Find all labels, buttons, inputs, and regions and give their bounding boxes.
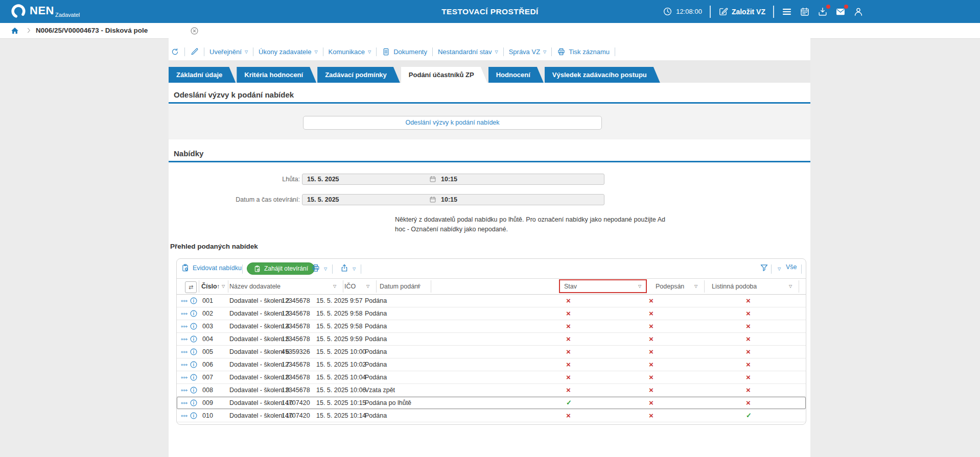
edit-record-button[interactable] xyxy=(190,47,199,56)
row-info-icon[interactable] xyxy=(190,373,198,381)
row-info-icon[interactable] xyxy=(190,412,198,420)
tab-hodnocen-[interactable]: Hodnocení xyxy=(488,67,544,83)
section-invite-heading: Odeslání výzvy k podání nabídek xyxy=(174,90,294,100)
row-info-icon[interactable] xyxy=(190,322,198,330)
column-filter-caret[interactable]: ▽ xyxy=(638,284,641,288)
send-invite-button[interactable]: Odeslání výzvy k podání nabídek xyxy=(303,116,602,130)
cell-number: 003 xyxy=(202,320,213,332)
cell-status: Vzata zpět xyxy=(365,384,395,396)
table-row[interactable]: 010Dodavatel - školení 101470742015. 5. … xyxy=(177,410,806,422)
deadline-field[interactable]: 15. 5. 2025 10:15 xyxy=(302,174,604,185)
column-filter-caret[interactable]: ▽ xyxy=(222,284,225,288)
row-menu-icon[interactable] xyxy=(181,400,188,406)
flag-podepsan: × xyxy=(649,307,654,320)
column-header-datum-podání[interactable]: Datum podání xyxy=(380,279,420,294)
toolbar-divider xyxy=(615,47,615,56)
close-record-icon[interactable] xyxy=(190,27,199,35)
cell-number: 009 xyxy=(202,397,213,409)
create-vz-button[interactable]: Založit VZ xyxy=(718,7,765,16)
row-info-icon[interactable] xyxy=(190,399,198,407)
messages-button[interactable] xyxy=(835,7,846,17)
table-row[interactable]: 001Dodavatel - školení 21234567815. 5. 2… xyxy=(177,295,806,307)
flag-listinna: × xyxy=(746,397,751,409)
row-info-icon[interactable] xyxy=(190,335,198,343)
column-filter-caret[interactable]: ▽ xyxy=(366,284,369,288)
row-menu-icon[interactable] xyxy=(181,413,188,419)
downloads-button[interactable] xyxy=(818,7,828,17)
record-toolbar-item--kony-zadavatele[interactable]: Úkony zadavatele▽ xyxy=(259,48,318,56)
tab-v-sledek-zad-vac-ho-postupu[interactable]: Výsledek zadávacího postupu xyxy=(545,67,660,83)
export-icon[interactable] xyxy=(340,263,349,273)
column-filter-caret[interactable]: ▽ xyxy=(694,284,697,288)
tab-strip: Základní údajeKritéria hodnoceníZadávací… xyxy=(169,60,810,83)
tab-z-kladn-daje[interactable]: Základní údaje xyxy=(169,67,236,83)
cell-ico: 12345678 xyxy=(282,307,310,320)
table-row[interactable]: 008Dodavatel - školení 91234567815. 5. 2… xyxy=(177,384,806,397)
row-menu-icon[interactable] xyxy=(181,310,188,317)
table-row[interactable]: 004Dodavatel - školení 51234567815. 5. 2… xyxy=(177,333,806,346)
row-menu-icon[interactable] xyxy=(181,349,188,355)
column-filter-caret[interactable]: ▽ xyxy=(789,284,792,288)
record-toolbar-item-komunikace[interactable]: Komunikace▽ xyxy=(329,48,371,56)
toolbar-divider xyxy=(801,264,802,274)
view-options-caret[interactable]: ▽ xyxy=(778,267,781,271)
tab-pod-n-astn-k-zp[interactable]: Podání účastníků ZP xyxy=(401,67,487,83)
record-toolbar-item-uve-ejn-n-[interactable]: Uveřejnění▽ xyxy=(209,48,248,56)
column-header-listinná-podoba[interactable]: Listinná podoba xyxy=(712,279,757,294)
clock-icon xyxy=(663,7,672,16)
flag-listinna: × xyxy=(746,358,751,371)
record-bid-button[interactable]: Evidovat nabídku xyxy=(181,263,242,272)
row-info-icon[interactable] xyxy=(190,360,198,369)
tab-zad-vac-podm-nky[interactable]: Zadávací podmínky xyxy=(317,67,400,83)
column-divider xyxy=(343,280,343,293)
row-info-icon[interactable] xyxy=(190,386,198,394)
row-menu-icon[interactable] xyxy=(181,298,188,304)
breadcrumb: N006/25/V00004673 - Disková pole xyxy=(0,23,980,39)
print-table-icon[interactable] xyxy=(311,263,320,273)
record-toolbar-item-tisk-z-znamu[interactable]: Tisk záznamu xyxy=(557,47,610,56)
record-toolbar-item-nestandardn-stav[interactable]: Nestandardní stav▽ xyxy=(438,48,498,56)
filter-funnel-icon[interactable] xyxy=(759,263,769,273)
tab-krit-ria-hodnocen-[interactable]: Kritéria hodnocení xyxy=(237,67,316,83)
export-options-caret[interactable]: ▽ xyxy=(353,267,356,271)
start-opening-button[interactable]: Zahájit otevírání xyxy=(247,262,315,275)
row-info-icon[interactable] xyxy=(190,309,198,318)
table-row[interactable]: 007Dodavatel - školení 81234567815. 5. 2… xyxy=(177,371,806,384)
table-row[interactable]: 006Dodavatel - školení 71234567815. 5. 2… xyxy=(177,358,806,371)
row-info-icon[interactable] xyxy=(190,297,198,305)
row-menu-icon[interactable] xyxy=(181,336,188,343)
cell-submitted: 15. 5. 2025 9:59 xyxy=(316,333,362,345)
record-toolbar-item-spr-va-vz[interactable]: Správa VZ▽ xyxy=(509,48,547,56)
record-toolbar-item-dokumenty[interactable]: Dokumenty xyxy=(382,47,427,56)
column-filter-caret[interactable]: ▽ xyxy=(417,284,421,288)
column-header-název-dodavatele[interactable]: Název dodavatele xyxy=(229,279,281,294)
table-row[interactable]: 002Dodavatel - školení 31234567815. 5. 2… xyxy=(177,307,806,320)
row-menu-icon[interactable] xyxy=(181,387,188,394)
row-menu-icon[interactable] xyxy=(181,374,188,381)
column-header-číslo[interactable]: Číslo xyxy=(201,279,217,294)
row-menu-icon[interactable] xyxy=(181,362,188,368)
row-info-icon[interactable] xyxy=(190,348,198,356)
column-settings-button[interactable]: ⇄ xyxy=(185,281,197,293)
calendar-button[interactable] xyxy=(800,7,810,17)
breadcrumb-record-tab[interactable]: N006/25/V00004673 - Disková pole xyxy=(36,23,148,38)
row-menu-icon[interactable] xyxy=(181,323,188,330)
table-row[interactable]: 009Dodavatel - školení 101470742015. 5. … xyxy=(177,397,806,410)
calendar-small-icon xyxy=(429,176,436,183)
topbar-divider xyxy=(710,6,711,18)
view-all-button[interactable]: Vše xyxy=(786,263,797,271)
column-header-podepsán[interactable]: Podepsán xyxy=(656,279,684,294)
user-button[interactable] xyxy=(853,7,864,17)
column-header-stav[interactable]: Stav xyxy=(564,279,577,294)
table-row[interactable]: 003Dodavatel - školení 41234567815. 5. 2… xyxy=(177,320,806,333)
column-filter-caret[interactable]: ▽ xyxy=(333,284,336,288)
opening-field[interactable]: 15. 5. 2025 10:15 xyxy=(302,194,604,205)
record-toolbar-item-label: Správa VZ xyxy=(509,48,540,56)
refresh-record-button[interactable] xyxy=(171,47,179,56)
home-icon[interactable] xyxy=(10,26,19,35)
menu-button[interactable] xyxy=(782,7,792,17)
table-row[interactable]: 005Dodavatel - školení 64535932615. 5. 2… xyxy=(177,346,806,358)
column-header-ičo[interactable]: IČO xyxy=(344,279,356,294)
print-options-caret[interactable]: ▽ xyxy=(324,267,327,271)
cell-number: 004 xyxy=(202,333,213,345)
